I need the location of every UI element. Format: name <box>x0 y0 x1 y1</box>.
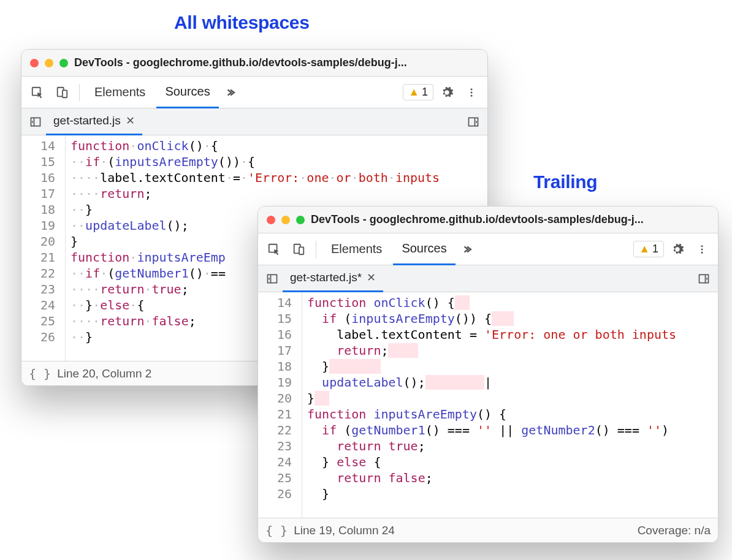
warn-count: 1 <box>422 86 428 99</box>
titlebar: DevTools - googlechrome.github.io/devtoo… <box>258 206 718 233</box>
debugger-toggle-icon[interactable] <box>693 268 714 289</box>
svg-point-5 <box>471 94 473 96</box>
line-gutter: 14151617181920212223242526 <box>21 135 66 361</box>
svg-point-3 <box>471 88 473 90</box>
more-tabs-icon[interactable] <box>221 81 243 104</box>
warn-count: 1 <box>652 243 658 255</box>
file-tab-label: get-started.js* <box>290 271 362 284</box>
label-all-whitespaces: All whitespaces <box>174 12 310 33</box>
svg-rect-10 <box>299 247 303 254</box>
traffic-lights <box>30 59 68 67</box>
traffic-lights <box>267 216 305 224</box>
divider <box>316 241 316 258</box>
issues-badge[interactable]: ▲1 <box>633 241 664 257</box>
svg-point-13 <box>701 251 703 253</box>
minimize-icon[interactable] <box>45 59 53 67</box>
inspect-icon[interactable] <box>263 238 285 260</box>
tab-sources[interactable]: Sources <box>156 77 218 108</box>
navigator-toggle-icon[interactable] <box>262 268 283 289</box>
file-tabs: get-started.js* ✕ <box>258 265 718 292</box>
issues-badge[interactable]: ▲1 <box>403 84 433 100</box>
tab-elements[interactable]: Elements <box>322 233 391 265</box>
close-icon[interactable] <box>30 59 39 67</box>
debugger-toggle-icon[interactable] <box>463 112 484 132</box>
gear-icon[interactable] <box>666 238 688 260</box>
inspect-icon[interactable] <box>26 81 48 104</box>
divider <box>79 84 80 101</box>
file-tab[interactable]: get-started.js* ✕ <box>283 265 383 292</box>
minimize-icon[interactable] <box>281 216 290 224</box>
tab-elements[interactable]: Elements <box>86 77 154 108</box>
maximize-icon[interactable] <box>296 216 305 224</box>
line-gutter: 14151617181920212223242526 <box>258 292 302 518</box>
pretty-print-icon[interactable]: { } <box>265 523 288 538</box>
device-toggle-icon[interactable] <box>288 238 310 260</box>
code-editor[interactable]: 14151617181920212223242526 function onCl… <box>258 292 718 518</box>
navigator-toggle-icon[interactable] <box>25 112 46 132</box>
maximize-icon[interactable] <box>59 59 68 67</box>
close-icon[interactable] <box>267 216 275 224</box>
warning-icon: ▲ <box>639 243 650 255</box>
svg-rect-2 <box>63 90 67 97</box>
devtools-window-2: DevTools - googlechrome.github.io/devtoo… <box>257 206 719 543</box>
window-title: DevTools - googlechrome.github.io/devtoo… <box>74 56 479 69</box>
device-toggle-icon[interactable] <box>51 81 73 104</box>
file-tab-label: get-started.js <box>53 114 121 127</box>
devtools-toolbar: Elements Sources ▲1 <box>21 77 487 108</box>
svg-point-4 <box>471 91 473 93</box>
tab-sources[interactable]: Sources <box>393 233 455 265</box>
titlebar: DevTools - googlechrome.github.io/devtoo… <box>21 50 487 77</box>
warning-icon: ▲ <box>408 86 419 99</box>
gear-icon[interactable] <box>436 81 458 104</box>
svg-point-12 <box>701 248 703 250</box>
pretty-print-icon[interactable]: { } <box>29 366 51 381</box>
close-tab-icon[interactable]: ✕ <box>126 114 135 127</box>
file-tab[interactable]: get-started.js ✕ <box>46 108 142 135</box>
kebab-icon[interactable] <box>460 81 482 104</box>
cursor-position: Line 20, Column 2 <box>57 367 151 380</box>
label-trailing: Trailing <box>533 172 597 192</box>
more-tabs-icon[interactable] <box>458 238 480 260</box>
window-title: DevTools - googlechrome.github.io/devtoo… <box>311 213 709 226</box>
cursor-position: Line 19, Column 24 <box>294 524 395 537</box>
close-tab-icon[interactable]: ✕ <box>367 271 376 284</box>
code-body[interactable]: function onClick() { if (inputsAreEmpty(… <box>302 292 718 518</box>
file-tabs: get-started.js ✕ <box>21 108 487 135</box>
svg-point-11 <box>701 245 703 247</box>
devtools-toolbar: Elements Sources ▲1 <box>258 233 718 265</box>
coverage-status: Coverage: n/a <box>638 524 711 537</box>
statusbar: { } Line 19, Column 24 Coverage: n/a <box>258 518 718 542</box>
kebab-icon[interactable] <box>691 238 713 260</box>
